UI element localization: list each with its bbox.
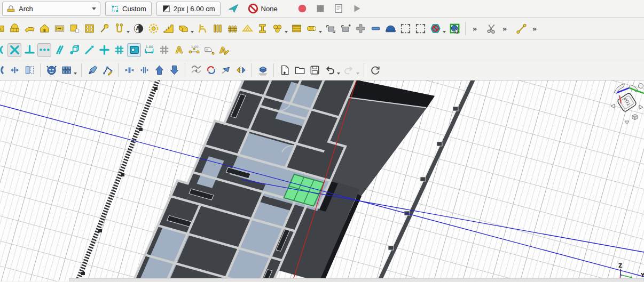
bottom-panel-edge [69,278,644,281]
equipment-icon[interactable] [195,22,209,36]
overflow-b-icon[interactable] [499,22,513,36]
edit-icon[interactable] [85,63,99,77]
window-icon[interactable] [82,22,96,36]
linear-dimension-icon[interactable] [187,43,201,57]
toolbar-separator [465,22,466,35]
snap-midpoint-icon[interactable] [37,43,51,57]
axis-system-icon[interactable] [146,22,160,36]
nav-sphere-icon[interactable] [639,84,643,88]
command-bar: Arch Custom 2px | 6.00 cm None [0,0,644,18]
toggle-off-icon[interactable] [428,22,442,36]
snap-intersection-icon[interactable] [7,43,21,57]
snap-perpendicular-icon[interactable] [22,43,36,57]
downgrade-icon[interactable] [167,63,181,77]
toggle-off-dropdown-arrow[interactable] [443,31,446,33]
panel-icon[interactable] [176,22,190,36]
building-icon[interactable] [7,22,21,36]
fence-icon[interactable] [225,22,239,36]
array-icon[interactable] [59,63,73,77]
snap-center-icon[interactable] [97,43,111,57]
select-box-b-icon[interactable] [413,22,427,36]
snap-angle-icon[interactable] [82,43,96,57]
box-select-icon[interactable] [447,22,461,36]
dimension-icon[interactable] [142,43,156,57]
shape-2d-view-icon[interactable] [256,63,270,77]
edit-nodes-icon[interactable] [100,63,114,77]
line-tool-icon[interactable] [514,22,528,36]
add-to-group-icon[interactable] [204,63,218,77]
play-macro-icon[interactable] [351,3,363,14]
snap-near-icon[interactable] [0,43,6,57]
rebar-icon[interactable] [112,22,126,36]
snap-grid-icon[interactable] [112,43,126,57]
open-document-icon[interactable] [293,63,307,77]
wall-icon[interactable] [0,22,6,36]
macro-editor-icon[interactable] [333,3,344,14]
level-icon[interactable] [52,22,66,36]
workbench-selector[interactable]: Arch [2,2,100,16]
truss-icon[interactable] [240,22,254,36]
pipe-dropdown-arrow[interactable] [319,31,322,33]
undo-dropdown-arrow[interactable] [337,72,340,75]
profile-icon[interactable] [255,22,269,36]
trimex-icon[interactable] [22,63,36,77]
remove-component-icon[interactable] [368,22,382,36]
stairs-icon[interactable] [161,22,175,36]
snap-working-plane-icon[interactable] [127,43,141,57]
upgrade-icon[interactable] [152,63,166,77]
text-icon[interactable] [172,43,186,57]
survey-icon[interactable] [383,22,397,36]
label-icon[interactable] [202,43,216,57]
toolbar-separator [364,63,364,77]
3d-viewport[interactable]: TOP Z Y X [0,80,644,281]
record-macro-icon[interactable] [296,3,308,14]
stop-macro-icon[interactable] [315,3,326,14]
array-dropdown-arrow[interactable] [74,72,77,75]
line-style-button[interactable]: 2px | 6.00 cm [156,2,221,16]
nav-cube-mini-icon[interactable] [632,115,638,120]
add-component-icon[interactable] [354,22,367,36]
cut-line-icon[interactable] [339,22,352,36]
chevron-down-icon [92,7,96,10]
toolbar-separator [40,63,41,77]
mirror-icon[interactable] [219,63,233,77]
line-width-icon [162,4,171,13]
annotation-styles-icon[interactable] [217,43,231,57]
schedule-icon[interactable] [289,22,303,36]
pipe-icon[interactable] [304,22,318,36]
new-document-icon[interactable] [278,63,292,77]
pin-icon[interactable] [97,22,111,36]
undo-icon[interactable] [323,63,336,77]
wire-to-bspline-icon[interactable] [189,63,203,77]
roof-icon[interactable] [22,22,36,36]
space-icon[interactable] [67,22,81,36]
cut-plane-icon[interactable] [324,22,337,36]
redo-icon[interactable] [342,63,356,77]
edit-clip-icon[interactable] [0,63,6,77]
stretch-icon[interactable] [7,63,21,77]
toggle-grid-icon[interactable] [157,43,171,57]
redo-dropdown-arrow[interactable] [356,72,359,75]
frame-icon[interactable] [210,22,224,36]
split-icon[interactable] [137,63,151,77]
overflow-a-icon[interactable] [469,22,483,36]
flip-icon[interactable] [234,63,248,77]
annotation-style-button[interactable]: Custom [105,2,152,16]
autogroup-none[interactable]: None [247,3,278,14]
material-icon[interactable] [270,22,284,36]
select-box-a-icon[interactable] [398,22,412,36]
material-dropdown-arrow[interactable] [285,31,288,33]
save-document-icon[interactable] [308,63,321,77]
panel-dropdown-arrow[interactable] [191,31,194,33]
snap-parallel-icon[interactable] [52,43,66,57]
overflow-c-icon[interactable] [529,22,543,36]
subelement-highlight-icon[interactable] [44,63,58,77]
refresh-icon[interactable] [368,63,382,77]
rebar-dropdown-arrow[interactable] [127,31,130,33]
join-icon[interactable] [122,63,136,77]
house-icon[interactable] [37,22,51,36]
cut-tool-icon[interactable] [484,22,498,36]
send-icon[interactable] [227,3,239,14]
snap-vertex-icon[interactable] [67,43,81,57]
axis-icon[interactable] [131,22,145,36]
